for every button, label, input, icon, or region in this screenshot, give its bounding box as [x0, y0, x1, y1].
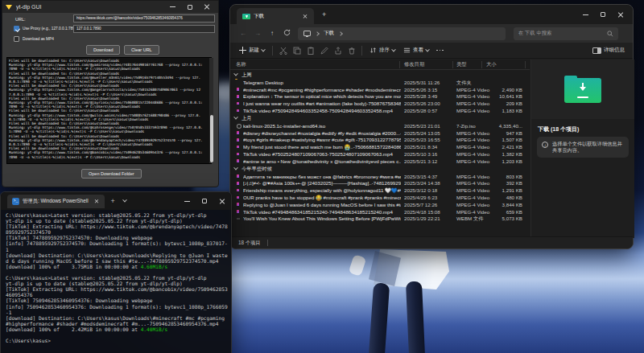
group-collapse-icon[interactable] — [233, 115, 238, 120]
group-collapse-icon[interactable] — [233, 166, 238, 170]
view-button[interactable]: 查看 — [399, 44, 433, 57]
back-icon[interactable]: ← — [237, 30, 250, 37]
file-row[interactable]: #toys #girls #makeup #satisfying #asmr #… — [230, 137, 530, 144]
download-button[interactable]: Download — [86, 45, 120, 55]
proxy-input[interactable]: 127.0.0.1:7890 — [73, 25, 215, 33]
file-row[interactable]: Friendship means everything, especially … — [230, 187, 530, 194]
details-button[interactable]: 详细信息 — [604, 47, 625, 54]
tab-close-icon[interactable] — [94, 199, 99, 203]
ytdlp-title-bar: yt-dlp GUI — [2, 1, 218, 13]
group-collapse-icon[interactable] — [233, 72, 238, 76]
close-button[interactable] — [612, 5, 630, 24]
file-name: You'll Wish You Knew About This Windows … — [243, 215, 401, 221]
refresh-icon[interactable] — [280, 29, 293, 38]
tab-dropdown-icon[interactable] — [122, 198, 127, 203]
terminal-line: 895929752374570 — [6, 229, 228, 235]
new-button-label: 新建 — [249, 47, 259, 54]
file-row[interactable]: Explanation：The sensor in optical mice w… — [230, 93, 530, 101]
proxy-checkbox[interactable] — [14, 26, 19, 31]
column-header-type[interactable]: 类型 — [456, 61, 467, 68]
file-row[interactable]: OUR pranks have to be stopped 😂 #minecra… — [230, 194, 530, 201]
minimize-button[interactable] — [178, 192, 196, 210]
url-input[interactable]: https://www.tiktok.com/@bancobix/video/7… — [73, 14, 215, 23]
mp4-checkbox[interactable] — [14, 36, 19, 42]
rename-icon[interactable] — [317, 44, 331, 57]
file-row[interactable]: #anime te amo • New @tonathedivinity x @… — [230, 158, 530, 165]
minimize-button[interactable] — [576, 5, 594, 24]
column-divider[interactable] — [481, 61, 482, 68]
terminal-tab[interactable]: >_ 管理员: Windows PowerShell — [7, 195, 105, 208]
file-row[interactable]: [♪|♫]≠•!- @♥#Asia 100k+•-@ [24032025]———… — [230, 180, 530, 187]
more-options-icon[interactable] — [433, 44, 447, 57]
file-row[interactable]: Replying to @Juan I wasted 6 days runnin… — [230, 201, 530, 208]
file-size: 659 KB — [472, 209, 522, 215]
file-date: 2025/5/28 3:49 — [404, 93, 456, 99]
file-size: 2,421 KB — [472, 144, 522, 150]
new-tab-button[interactable]: + — [111, 197, 115, 205]
maximize-button[interactable] — [594, 5, 612, 24]
column-header-name[interactable]: 名称 — [236, 61, 246, 68]
file-size: 480 KB — [472, 195, 522, 200]
file-name: #disney #disneychannel #nostalgia #editf… — [243, 130, 401, 136]
terminal-output[interactable]: C:\Users\kasus>Latest version: stable@20… — [6, 212, 228, 353]
file-row[interactable]: Telegram Desktop2025/5/31 11:26文件夹 — [230, 79, 530, 86]
status-divider — [267, 240, 268, 246]
file-row[interactable]: #minecraft #mc #pcgaming #highperformanc… — [230, 86, 530, 93]
toolbar-divider — [272, 46, 273, 55]
column-header-date[interactable]: 修改日期 — [404, 61, 424, 68]
group-header[interactable]: 今年早些时候 — [230, 165, 530, 173]
terminal-line: [download] 100% of 2.42MiB in 00:00:00 a… — [6, 326, 228, 332]
terminal-line — [6, 332, 228, 338]
terminal-line: [TikTok] 7509462853460954376: Downloadin… — [6, 298, 228, 303]
file-row[interactable]: TikTok video #7502524807109067063-750252… — [230, 150, 530, 158]
column-divider[interactable] — [525, 61, 526, 68]
new-tab-button[interactable]: + — [322, 10, 326, 18]
open-download-folder-button[interactable]: Open Download Folder — [81, 169, 142, 179]
scrollbar-thumb[interactable] — [210, 115, 213, 162]
delete-icon[interactable] — [345, 44, 358, 57]
share-icon[interactable] — [331, 44, 345, 57]
group-header[interactable]: 上周 — [230, 71, 530, 79]
file-name: TikTok video #7494848634185215240-749484… — [243, 209, 401, 215]
file-row[interactable]: kali-linux-2025.1c-installer-amd64.iso20… — [230, 122, 530, 129]
paste-icon[interactable] — [303, 44, 317, 57]
sort-button[interactable]: 排序 — [365, 44, 399, 57]
close-button[interactable] — [198, 1, 215, 13]
up-icon[interactable]: ↑ — [266, 30, 279, 37]
file-row[interactable]: TikTok video #7494848634185215240-749484… — [230, 208, 530, 215]
maximize-button[interactable] — [181, 1, 198, 13]
forward-icon[interactable]: → — [251, 30, 264, 37]
gui-log[interactable]: Files will be downloaded to: C:\Users\ka… — [6, 57, 212, 164]
new-button[interactable]: 新建 — [235, 44, 269, 57]
close-button[interactable] — [213, 192, 231, 210]
search-icon — [607, 31, 613, 37]
clear-url-button[interactable]: Clear URL — [124, 45, 159, 55]
copy-icon[interactable] — [290, 44, 303, 57]
search-input[interactable]: 在 下载 中搜索 — [514, 27, 618, 40]
minimize-button[interactable] — [164, 1, 181, 13]
file-size: 3,844 KB — [472, 202, 522, 207]
column-divider[interactable] — [399, 61, 400, 68]
file-row[interactable]: #disney #disneychannel #nostalgia #editf… — [230, 129, 530, 137]
log-scrollbar[interactable] — [209, 58, 213, 163]
cut-icon[interactable] — [276, 44, 290, 57]
maximize-button[interactable] — [196, 192, 213, 210]
file-name: #anime te amo • New @tonathedivinity x @… — [243, 158, 401, 164]
column-header-size[interactable]: 大小 — [486, 61, 497, 68]
column-divider[interactable] — [452, 61, 453, 68]
wallpaper-character-left-leg — [369, 282, 390, 353]
terminal-line: [download] 100% of 3.75MiB in 00:00:00 a… — [6, 264, 228, 269]
file-name: [♪|♫]≠•!- @♥#Asia 100k+•-@ [24032025]———… — [243, 180, 401, 186]
file-row[interactable]: You'll Wish You Knew About This Windows … — [230, 215, 530, 223]
breadcrumb[interactable]: 下载 — [298, 27, 506, 40]
explorer-tab-downloads[interactable]: 下载 — [237, 8, 314, 24]
file-row[interactable]: My friend just stood there and watch me … — [230, 143, 530, 150]
tab-close-icon[interactable] — [303, 14, 308, 18]
file-date: 2025/5/21 8:34 — [404, 144, 456, 150]
file-row[interactable]: Адаптита те маникюры без можст она @fabr… — [230, 173, 530, 180]
group-header[interactable]: 上月 — [230, 114, 530, 122]
file-row[interactable]: I just wanna wear my outfits #art #anima… — [230, 100, 530, 107]
file-date: 2025/5/7 12:26 — [404, 202, 456, 207]
breadcrumb-item-downloads[interactable]: 下载 — [324, 30, 334, 37]
file-row[interactable]: TikTok video #7509428494603352458-750942… — [230, 107, 530, 114]
